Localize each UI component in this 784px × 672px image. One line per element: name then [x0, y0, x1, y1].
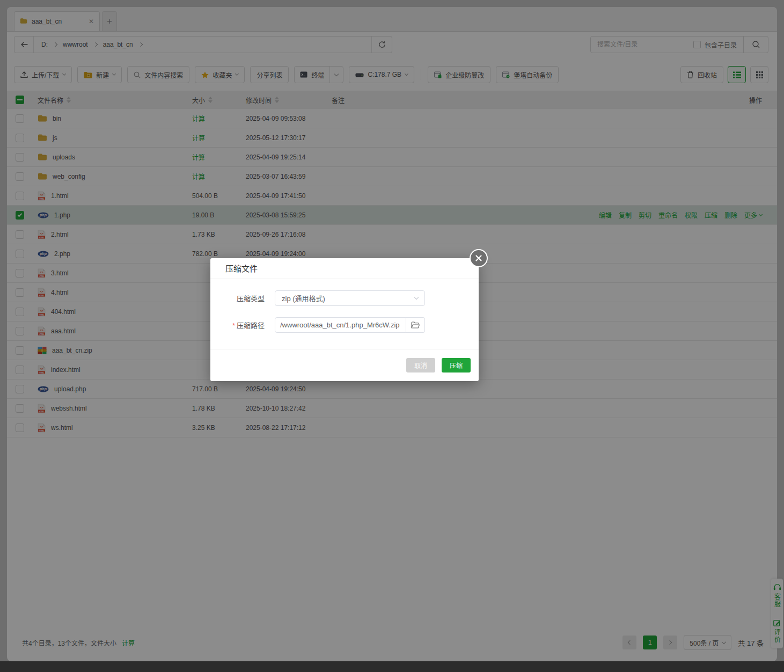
close-icon: [475, 254, 482, 262]
dialog-close-button[interactable]: [470, 249, 488, 267]
compress-path-input[interactable]: [275, 317, 406, 333]
chevron-down-icon: [414, 295, 419, 300]
compress-button[interactable]: 压缩: [442, 358, 471, 372]
compress-type-value: zip (通用格式): [282, 293, 325, 303]
dialog-title: 压缩文件: [210, 258, 479, 279]
folder-open-icon: [411, 322, 420, 328]
compress-dialog: 压缩文件 压缩类型 zip (通用格式) *压缩路径 取消 压缩: [210, 258, 479, 381]
required-asterisk: *: [232, 322, 235, 330]
compress-path-label: *压缩路径: [210, 320, 265, 330]
compress-type-label: 压缩类型: [210, 293, 265, 303]
cancel-button[interactable]: 取消: [406, 358, 435, 372]
browse-path-button[interactable]: [406, 317, 425, 333]
compress-type-select[interactable]: zip (通用格式): [275, 290, 425, 306]
